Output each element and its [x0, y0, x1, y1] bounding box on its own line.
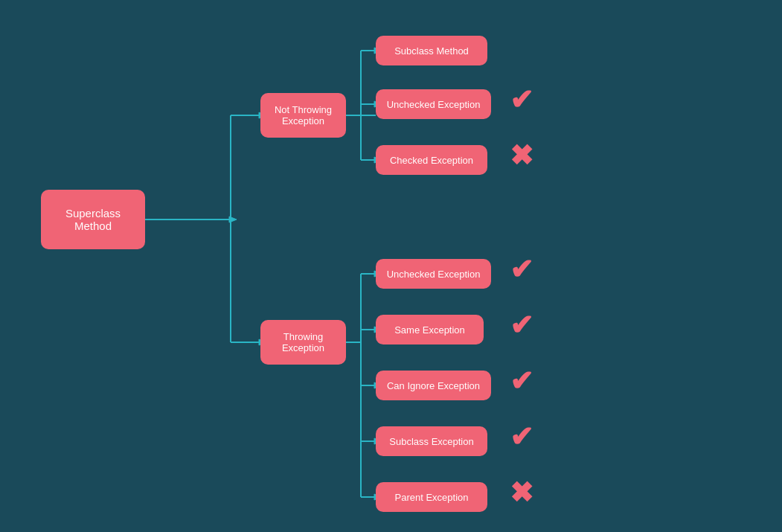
cross-icon-checked: ✖ — [510, 139, 533, 172]
check-icon-canignore: ✔ — [510, 365, 533, 397]
can-ignore-exception-node: Can Ignore Exception — [376, 371, 491, 400]
parent-exception-node: Parent Exception — [376, 482, 487, 512]
svg-marker-1 — [229, 217, 237, 222]
not-throwing-exception-node: Not ThrowingException — [260, 93, 346, 138]
throwing-exception-node: ThrowingException — [260, 320, 346, 365]
superclass-method-node: Superclass Method — [41, 190, 145, 249]
diagram-container: Superclass Method Not ThrowingException … — [0, 0, 782, 532]
unchecked-exception-1-node: Unchecked Exception — [376, 89, 491, 119]
unchecked-exception-2-node: Unchecked Exception — [376, 259, 491, 289]
checked-exception-node: Checked Exception — [376, 145, 487, 175]
check-icon-subclass: ✔ — [510, 420, 533, 453]
subclass-method-node: Subclass Method — [376, 36, 487, 65]
check-icon-same: ✔ — [510, 309, 533, 342]
check-icon-unchecked2: ✔ — [510, 253, 533, 286]
subclass-exception-node: Subclass Exception — [376, 426, 487, 456]
cross-icon-parent: ✖ — [510, 476, 533, 509]
same-exception-node: Same Exception — [376, 315, 484, 344]
check-icon-unchecked1: ✔ — [510, 83, 533, 116]
